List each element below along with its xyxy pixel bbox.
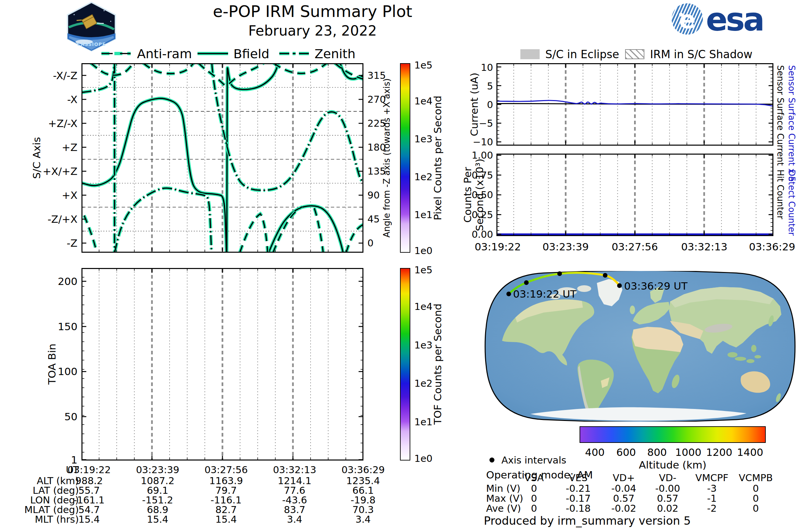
angle-axis-label: Angle from -Z axis (towards +X axis)	[382, 78, 392, 238]
tof-colorbar	[400, 268, 410, 460]
current-plot	[496, 63, 773, 146]
legend-zenith-sample	[279, 50, 310, 57]
counts-tick: 0.50	[472, 189, 493, 201]
voltage-cell: -0.17	[552, 493, 605, 504]
pixel-colorbar-label: Pixel Counts per Second	[432, 95, 443, 220]
toa-bin-plot	[81, 268, 363, 460]
esa-wordmark: esa	[706, 2, 763, 36]
voltage-cell: -0.21	[552, 483, 605, 494]
counts-tick: 0.75	[472, 170, 493, 181]
voltage-header: VCMPB	[729, 472, 782, 483]
ground-track-map: 03:19:22 UT 03:36:29 UT	[484, 271, 796, 422]
angle-tick: 0	[367, 238, 374, 249]
altitude-colorbar	[580, 426, 766, 443]
time-tick: 03:27:56	[611, 241, 658, 253]
page-date: February 23, 2022	[248, 23, 377, 39]
counts-tick: 0.25	[472, 209, 493, 221]
counts-tick: 0.00	[472, 229, 493, 240]
sc-axis-ylabel: S/C Axis	[31, 137, 42, 179]
axis-intervals-dot	[490, 457, 494, 462]
plot-grid	[99, 269, 346, 460]
sc-axis-plot	[81, 63, 363, 253]
sc-axis-tick: +X	[62, 189, 77, 201]
sc-axis-tick: -Z/+X	[48, 213, 77, 225]
time-tick: 03:19:22	[474, 241, 521, 253]
current-tick: 0	[487, 99, 493, 110]
track-start-label: 03:19:22 UT	[513, 288, 577, 300]
cbar-tick: 1e3	[414, 133, 433, 145]
current-right-label-blue: Sensor Surface Current x 5	[787, 65, 797, 182]
ephemeris-cell: 03:32:13	[261, 464, 328, 475]
counts-tick: 1.00	[472, 150, 493, 161]
current-tick: −5	[479, 118, 493, 129]
ephemeris-cell: 15.4	[56, 514, 122, 525]
toa-tick: 200	[58, 275, 77, 287]
ephemeris-cell: 03:19:22	[56, 464, 122, 475]
alt-tick: 800	[647, 446, 667, 458]
sc-axis-tick: +X/+Z	[42, 165, 77, 177]
cbar-tick: 1e4	[414, 301, 433, 312]
current-right-label-black: Sensor Surface Current	[775, 65, 785, 166]
alt-tick: 600	[616, 446, 636, 458]
axis-intervals-label: Axis intervals	[501, 455, 566, 466]
voltage-cell: -0.18	[552, 503, 605, 514]
cbar-tick: 1e1	[414, 209, 433, 221]
voltage-cell: 0	[729, 503, 782, 514]
ephemeris-cell: 15.4	[125, 514, 191, 525]
svg-text:e: e	[679, 5, 696, 34]
shadow-label: IRM in S/C Shadow	[650, 48, 753, 61]
toa-ylabel: TOA Bin	[46, 343, 58, 384]
sc-axis-tick: -X/-Z	[53, 70, 77, 81]
sc-axis-tick: +Z/-X	[48, 117, 77, 129]
eclipse-label: S/C in Eclipse	[545, 48, 619, 61]
plot-grid	[514, 154, 756, 235]
cbar-tick: 1e2	[414, 171, 433, 183]
alt-tick: 1400	[737, 446, 763, 458]
sc-axis-tick: +Z	[62, 141, 77, 153]
legend-bfield-sample	[197, 50, 229, 57]
angle-tick: 45	[367, 213, 380, 225]
legend-antiram-label: Anti-ram	[137, 46, 192, 61]
cbar-tick: 1e5	[414, 59, 433, 71]
shadow-swatch	[625, 49, 644, 59]
esa-logo: e esa	[670, 2, 783, 36]
cbar-tick: 1e0	[414, 245, 433, 256]
legend-antiram-sample	[101, 50, 131, 57]
alt-tick: 1000	[675, 446, 702, 458]
summary-plot-page: CASSIOPE e-POP IRM Summary Plot February…	[0, 0, 798, 532]
cbar-tick: 1e4	[414, 95, 433, 107]
ephemeris-cell: 3.4	[261, 514, 328, 525]
antiram-curve	[84, 63, 363, 253]
page-title: e-POP IRM Summary Plot	[213, 2, 412, 21]
alt-tick: 400	[585, 446, 605, 458]
toa-tick: 50	[64, 411, 77, 423]
sc-axis-tick: -Z	[67, 237, 77, 249]
ephemeris-cell: 03:23:39	[125, 464, 191, 475]
patch-title: CASSIOPE	[77, 41, 106, 47]
altitude-label: Altitude (km)	[639, 459, 706, 471]
cassiope-mission-patch: CASSIOPE	[64, 1, 119, 52]
current-tick: 10	[481, 62, 493, 73]
counts-right-label-blue: Detect Counter	[787, 170, 797, 236]
cbar-tick: 1e3	[414, 340, 433, 351]
ephemeris-cell: 15.4	[193, 514, 259, 525]
voltage-header: VES	[552, 472, 605, 483]
track-end-label: 03:36:29 UT	[624, 280, 688, 292]
toa-tick: 150	[58, 321, 77, 332]
cbar-tick: 1e2	[414, 378, 433, 389]
voltage-cell: 0	[729, 493, 782, 504]
legend-zenith-label: Zenith	[315, 46, 356, 61]
ephemeris-cell: 03:36:29	[330, 464, 396, 475]
time-tick: 03:36:29	[749, 241, 795, 253]
toa-tick: 100	[58, 365, 77, 377]
pixel-colorbar	[400, 63, 410, 253]
produced-by: Produced by irm_summary version 5	[484, 514, 691, 527]
time-tick: 03:23:39	[542, 241, 589, 253]
counts-plot	[496, 154, 773, 236]
cbar-tick: 1e5	[414, 264, 433, 276]
counts-right-label-black: Hit Counter	[775, 170, 785, 219]
sc-axis-tick: -X	[67, 93, 77, 106]
alt-tick: 1200	[706, 446, 733, 458]
eclipse-swatch	[520, 49, 540, 59]
current-tick: −10	[473, 136, 493, 148]
